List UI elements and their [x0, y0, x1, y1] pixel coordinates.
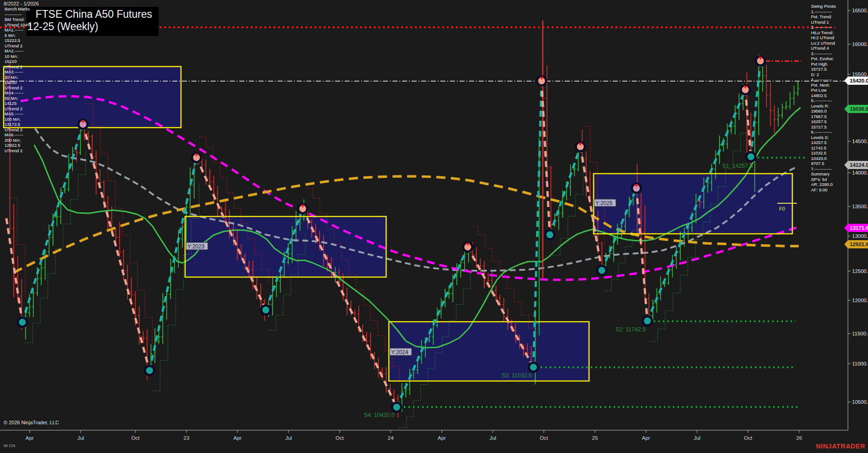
bench-marks-line: 20 MA:	[5, 75, 31, 80]
f0-label: F0	[779, 206, 785, 211]
price-axis-label: 13000.0	[852, 233, 868, 239]
swing-pivots-line: SP's: 54	[811, 177, 836, 182]
time-axis-label: Apr	[26, 435, 34, 441]
price-axis-label: 11500.0	[852, 331, 868, 336]
swing-pivots-line: UTrend 4	[811, 46, 836, 51]
price-axis-label: 10500.0	[852, 399, 868, 405]
time-axis-label: Oct	[336, 435, 344, 441]
bench-marks-line: 15222.5	[5, 38, 31, 43]
bench-marks-line: Bench Marks	[5, 6, 31, 12]
time-axis-label: 26	[796, 435, 802, 441]
price-tag-text: 14124.0	[850, 162, 868, 168]
pivot-low-circle[interactable]	[18, 318, 27, 327]
swing-pivots-line: 2.------------	[811, 25, 836, 30]
year-box-fill	[594, 174, 792, 234]
support-label: S4: 10420.0	[364, 412, 394, 418]
bench-marks-line: MA1.------	[5, 27, 31, 33]
bench-marks-line: UTrend 2	[5, 148, 31, 154]
swing-pivots-line: 14802.5	[811, 93, 836, 98]
time-axis-label: Jul	[285, 435, 292, 441]
price-tag-text: 15420.0	[850, 78, 868, 83]
swing-pivots-line: Pvt. Evolve:	[811, 56, 836, 62]
pivot-low-circle[interactable]	[746, 152, 755, 161]
time-axis-label: Apr	[233, 435, 242, 441]
time-axis-label: 23	[184, 435, 190, 441]
pivot-low-circle[interactable]	[529, 363, 538, 372]
bench-marks-line: 5 MA:	[5, 33, 31, 38]
bench-marks-line: UTrend 2	[5, 43, 31, 49]
ninjatrader-logo: NINJATRADER	[816, 443, 865, 450]
chart-title-line1: FTSE China A50 Futures	[27, 8, 152, 21]
time-axis-label: 24	[388, 435, 394, 441]
time-axis-label: Apr	[438, 435, 446, 441]
bench-marks-line: MA4.------	[5, 90, 31, 96]
pivot-low-circle[interactable]	[392, 402, 401, 412]
swing-pivots-line: Pvt. Next:	[811, 82, 836, 88]
swing-pivots-line: 4.------------	[811, 77, 836, 82]
bench-marks-line: 10 MA:	[5, 54, 31, 59]
swing-pivots-line: 9707.5	[811, 161, 836, 166]
zigzag-down-segment[interactable]	[745, 90, 751, 157]
bench-marks-line: UTrend 104%	[5, 22, 31, 28]
swing-pivots-line: Pvt High	[811, 62, 836, 67]
time-axis-label: Jul	[78, 435, 84, 441]
pivot-low-circle[interactable]	[261, 305, 270, 314]
bench-marks-line: MA5.------	[5, 111, 31, 117]
bench-marks-line: 100 MA:	[5, 117, 31, 122]
swing-pivots-line: 6.------------	[811, 129, 836, 135]
time-axis-label: Jul	[694, 435, 701, 441]
bench-marks-line: 14125	[5, 101, 31, 106]
swing-pivots-line: 1.------------	[811, 9, 836, 15]
price-axis-label: 16500.0	[852, 8, 868, 13]
chart-canvas[interactable]: Y:2023Y:2024Y:2025S1: 14257.5S2: 11742.5…	[0, 0, 868, 453]
time-axis-label: Apr	[642, 435, 650, 441]
swing-pivots-line: Lo:2 UTrend	[811, 41, 836, 46]
year-label-text: Y:2023	[187, 243, 205, 250]
bench-marks-line: UTrend 2	[5, 85, 31, 91]
time-axis-label: Jul	[490, 435, 496, 441]
zigzag-up-segment[interactable]	[550, 147, 580, 235]
bench-marks-line: UTrend 2	[5, 106, 31, 112]
chart-title-line2: 12-25 (Weekly)	[27, 21, 152, 33]
price-axis-label: 15500.0	[852, 72, 868, 77]
price-axis-label: 14000.0	[852, 170, 868, 175]
bench-marks-line: MA6.------	[5, 132, 31, 138]
swing-pivots-line: 3.------------	[811, 51, 836, 57]
zigzag-up-segment[interactable]	[22, 124, 83, 322]
bench-marks-line: UTrend 2	[5, 127, 31, 133]
support-label: S3: 11032.5	[501, 372, 532, 379]
swing-pivots-line: 11742.5	[811, 145, 836, 151]
copyright-label: © 2026 NinjaTrader, LLC	[4, 420, 59, 425]
pivot-low-circle[interactable]	[643, 316, 652, 325]
instrument-tag: W CN	[4, 443, 15, 448]
year-label-text: Y:2024	[391, 349, 408, 355]
price-tag-text: 13171.6	[850, 225, 868, 231]
bench-marks-line: 200 MA:	[5, 138, 31, 143]
swing-pivots-line: 15727.5	[811, 67, 836, 72]
chart-title: FTSE China A50 Futures 12-25 (Weekly)	[26, 7, 159, 36]
time-axis-label: Oct	[131, 435, 140, 441]
time-axis-label: Oct	[540, 435, 548, 441]
swing-pivots-line: 7.------------	[811, 166, 836, 172]
bench-marks-line: 55 MA:	[5, 96, 31, 101]
support-label: S2: 11742.5	[615, 326, 646, 333]
swing-pivots-line: Summary	[811, 171, 836, 177]
stop-steps-down	[86, 104, 152, 345]
bench-marks-line: MA2.------	[5, 48, 31, 54]
price-axis-label: 11000.0	[852, 361, 868, 366]
time-axis-label: Oct	[744, 435, 753, 441]
swing-pivots-line: Levels S:	[811, 135, 836, 140]
bench-marks-line: MA3.------	[5, 69, 31, 75]
bench-marks-line: ------------	[5, 12, 31, 17]
time-axis-label: 25	[592, 435, 598, 441]
swing-pivots-line: D: 2	[811, 72, 836, 77]
pivot-low-circle[interactable]	[597, 266, 606, 275]
swing-pivots-line: Swing Pivots	[811, 4, 836, 9]
price-axis-label: 13500.0	[852, 204, 868, 209]
swing-pivots-line: 16257.5	[811, 119, 836, 124]
chart-window: Y:2023Y:2024Y:2025S1: 14257.5S2: 11742.5…	[0, 0, 868, 453]
zigzag-down-segment[interactable]	[83, 124, 150, 371]
pivot-low-circle[interactable]	[545, 230, 554, 239]
price-tag-text: 15030.8	[850, 106, 868, 112]
pivot-low-circle[interactable]	[145, 366, 154, 375]
